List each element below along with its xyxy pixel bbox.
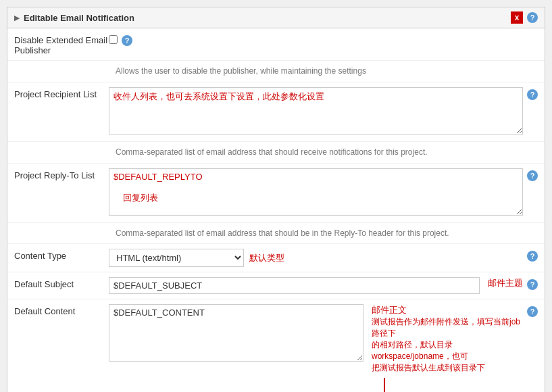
panel-header: ▶ Editable Email Notification x ?: [7, 7, 545, 28]
subject-annotation: 邮件主题: [488, 277, 523, 289]
replyto-label: Project Reply-To List: [14, 168, 109, 180]
panel-header-left: ▶ Editable Email Notification: [14, 13, 134, 23]
disable-extended-label: Disable Extended Email Publisher: [14, 33, 109, 55]
panel-title: Editable Email Notification: [24, 13, 134, 23]
content-type-row: Content Type HTML (text/html) Plain Text…: [7, 244, 545, 272]
replyto-row: Project Reply-To List ?: [7, 164, 545, 223]
content-textarea-wrap: [109, 304, 363, 364]
content-type-select-wrap: HTML (text/html) Plain Text (text/plain)…: [109, 249, 523, 267]
content-type-control: HTML (text/html) Plain Text (text/plain)…: [109, 249, 538, 267]
recipient-note-row: Comma-separated list of email address th…: [7, 142, 545, 164]
panel-editable-email-notification: ▶ Editable Email Notification x ? Disabl…: [7, 7, 545, 392]
replyto-textarea[interactable]: [109, 168, 523, 216]
content-type-label: Content Type: [14, 249, 109, 261]
collapse-icon: ▶: [14, 14, 20, 22]
content-type-select[interactable]: HTML (text/html) Plain Text (text/plain)…: [109, 249, 244, 267]
close-button[interactable]: x: [511, 11, 523, 24]
content-annotation-4: 把测试报告默认生成到该目录下: [372, 362, 520, 374]
help-icon-content-type[interactable]: ?: [527, 251, 538, 262]
help-icon-header[interactable]: ?: [527, 12, 538, 23]
panel-header-right: x ?: [511, 11, 538, 24]
content-annotation-1: 邮件正文: [372, 304, 520, 316]
content-label: Default Content: [14, 304, 109, 316]
help-icon-recipient[interactable]: ?: [527, 89, 538, 100]
help-icon-disable[interactable]: ?: [122, 35, 132, 46]
subject-input[interactable]: [109, 277, 480, 294]
recipient-note: Comma-separated list of email address th…: [116, 147, 428, 158]
help-icon-content[interactable]: ?: [527, 306, 538, 317]
content-annotation-3: 的相对路径，默认目录workspace/jobname，也可: [372, 339, 520, 362]
content-annotation-2: 测试报告作为邮件附件发送，填写当前job路径下: [372, 316, 520, 339]
recipient-control: <span data-bind="fields.recipient_list.a…: [109, 87, 538, 137]
subject-label: Default Subject: [14, 277, 109, 289]
recipient-textarea[interactable]: <span data-bind="fields.recipient_list.a…: [109, 87, 523, 134]
content-textarea[interactable]: [109, 304, 363, 362]
replyto-note: Comma-separated list of email address th…: [116, 228, 449, 239]
subject-row: Default Subject 邮件主题 ?: [7, 272, 545, 299]
content-row: Default Content 邮件正文 测试报告作为邮件附件发送，填写当前jo…: [7, 299, 545, 392]
replyto-note-row: Comma-separated list of email address th…: [7, 223, 545, 245]
replyto-textarea-wrap: [109, 168, 523, 218]
help-icon-replyto[interactable]: ?: [527, 170, 538, 181]
subject-control: 邮件主题 ?: [109, 277, 538, 294]
disable-note-row: Allows the user to disable the publisher…: [7, 61, 545, 82]
recipient-label: Project Recipient List: [14, 87, 109, 99]
disable-extended-row: Disable Extended Email Publisher ?: [7, 28, 545, 61]
recipient-textarea-wrap: <span data-bind="fields.recipient_list.a…: [109, 87, 523, 137]
disable-extended-control: ?: [109, 33, 538, 46]
disable-note: Allows the user to disable the publisher…: [116, 66, 366, 77]
help-icon-subject[interactable]: ?: [527, 279, 538, 290]
form-body: Disable Extended Email Publisher ? Allow…: [7, 28, 545, 392]
recipient-row: Project Recipient List <span data-bind="…: [7, 82, 545, 142]
disable-extended-checkbox[interactable]: [109, 35, 118, 44]
content-type-annotation: 默认类型: [249, 252, 284, 264]
replyto-control: ?: [109, 168, 538, 218]
content-control: 邮件正文 测试报告作为邮件附件发送，填写当前job路径下 的相对路径，默认目录w…: [109, 304, 538, 392]
